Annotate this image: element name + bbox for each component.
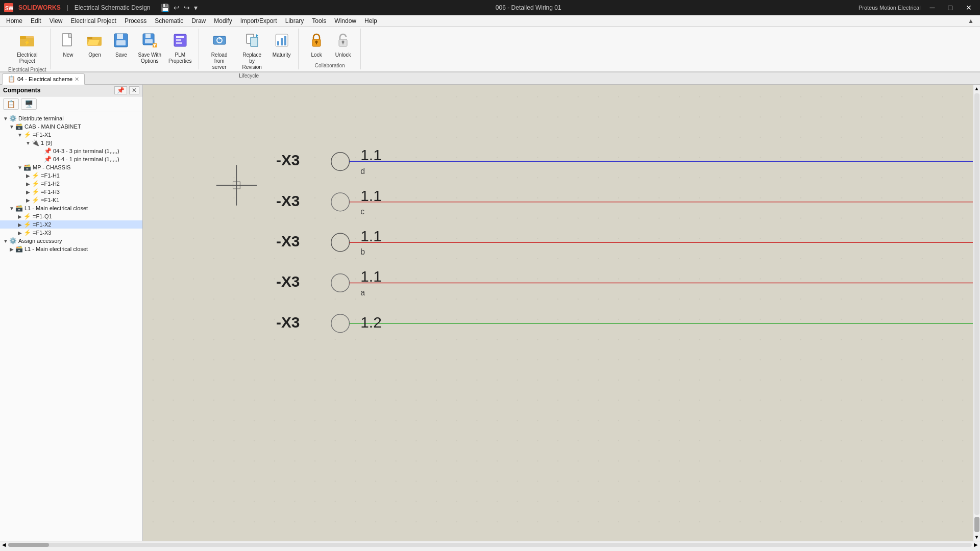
tree-node-l1-main-closet[interactable]: ▼ 🗃️ L1 - Main electrical closet: [0, 204, 142, 212]
scrollbar-thumb[interactable]: [974, 517, 979, 532]
menu-help[interactable]: Help: [360, 16, 381, 26]
replace-by-revision-button[interactable]: Replace byRevision: [237, 31, 267, 72]
save-with-options-button[interactable]: ▾ Save WithOptions: [135, 31, 164, 66]
expander-cab[interactable]: ▼: [8, 124, 15, 130]
tree-node-f1-x2[interactable]: ▶ ⚡ =F1-X2: [0, 220, 142, 229]
tree-node-f1-x1[interactable]: ▼ ⚡ =F1-X1: [0, 131, 142, 139]
collaboration-group-btns: Lock Unlock: [304, 29, 355, 62]
tree-node-f1-h3[interactable]: ▶ ⚡ =F1-H3: [0, 188, 142, 196]
hscroll-track: [8, 543, 972, 547]
tab-close-button[interactable]: ✕: [75, 76, 79, 83]
qa-redo-button[interactable]: ↪: [183, 3, 191, 13]
restore-button[interactable]: □: [944, 3, 957, 13]
expander-mp-chassis[interactable]: ▼: [16, 165, 23, 170]
components-toolbar-btn-2[interactable]: 🖥️: [21, 98, 37, 110]
menu-importexport[interactable]: Import/Export: [236, 16, 281, 26]
expander-f1x3[interactable]: ▶: [16, 230, 23, 236]
open-icon: [86, 32, 103, 51]
canvas-area[interactable]: -X3 1.1 d -X3 1.1 c -X3 1.1 b: [143, 85, 973, 541]
menu-modify[interactable]: Modify: [210, 16, 236, 26]
menu-edit[interactable]: Edit: [27, 16, 45, 26]
electrical-project-button[interactable]: ⚡ ElectricalProject: [14, 31, 40, 66]
sublabel-c: c: [360, 207, 364, 216]
expander-f1h1[interactable]: ▶: [24, 173, 32, 179]
tree-area: ▼ ⚙️ Distribute terminal ▼ 🗃️ CAB - MAIN…: [0, 112, 142, 541]
expander-f1x1[interactable]: ▼: [16, 132, 23, 138]
new-button[interactable]: New: [56, 31, 80, 60]
hscroll-thumb[interactable]: [8, 543, 49, 547]
menu-home[interactable]: Home: [2, 16, 27, 26]
hscroll-left-arrow[interactable]: ◀: [1, 542, 7, 547]
hscroll-right-arrow[interactable]: ▶: [973, 542, 979, 547]
menu-process[interactable]: Process: [120, 16, 151, 26]
group19-icon: 🔌: [32, 139, 39, 146]
qa-save-button[interactable]: 💾: [160, 3, 170, 13]
components-pin-button[interactable]: 📌: [114, 86, 127, 94]
tree-node-assign-accessory[interactable]: ▼ ⚙️ Assign accessory: [0, 237, 142, 245]
sw-logo: SW: [4, 3, 14, 12]
f1x1-label: =F1-X1: [33, 132, 51, 138]
tree-node-f1-h2[interactable]: ▶ ⚡ =F1-H2: [0, 180, 142, 188]
tree-node-f1-x3[interactable]: ▶ ⚡ =F1-X3: [0, 229, 142, 237]
l1-assign-icon: 🗃️: [15, 245, 23, 253]
expander-distribute-terminal[interactable]: ▼: [2, 116, 9, 121]
schematic-svg: -X3 1.1 d -X3 1.1 c -X3 1.1 b: [143, 85, 973, 541]
ribbon-group-file: New Open: [52, 29, 199, 69]
quick-access-toolbar: 💾 ↩ ↪ ▾: [160, 3, 199, 13]
scrollbar-down-arrow[interactable]: ▼: [973, 533, 980, 541]
tree-node-f1-q1[interactable]: ▶ ⚡ =F1-Q1: [0, 212, 142, 220]
tree-node-l1-assign-closet[interactable]: ▶ 🗃️ L1 - Main electrical closet: [0, 245, 142, 253]
tree-node-04-4[interactable]: ▶ 📌 04-4 - 1 pin terminal (1,,,,,): [0, 155, 142, 163]
expander-l1[interactable]: ▼: [8, 206, 15, 211]
minimize-button[interactable]: ─: [926, 3, 939, 13]
number-1-1-d-num: 1.1: [360, 146, 381, 163]
components-toolbar-btn-1[interactable]: 📋: [3, 98, 19, 110]
tree-node-f1-h1[interactable]: ▶ ⚡ =F1-H1: [0, 171, 142, 180]
save-button[interactable]: Save: [109, 31, 133, 60]
menu-tools[interactable]: Tools: [308, 16, 330, 26]
menu-library[interactable]: Library: [281, 16, 308, 26]
tree-node-mp-chassis[interactable]: ▼ 🗃️ MP - CHASSIS: [0, 163, 142, 171]
lock-button[interactable]: Lock: [304, 31, 329, 60]
plm-properties-button[interactable]: PLMProperties: [166, 31, 194, 66]
expander-group19[interactable]: ▼: [24, 140, 32, 146]
expander-f1h3[interactable]: ▶: [24, 189, 32, 195]
qa-undo-button[interactable]: ↩: [173, 3, 181, 13]
svg-rect-14: [116, 40, 126, 45]
tree-node-f1-k1[interactable]: ▶ ⚡ =F1-K1: [0, 196, 142, 204]
tab-electrical-scheme[interactable]: 📋 04 - Electrical scheme ✕: [2, 73, 85, 85]
menu-window[interactable]: Window: [330, 16, 360, 26]
tree-node-group-1-9[interactable]: ▼ 🔌 1 (9): [0, 139, 142, 147]
menu-electrical-project[interactable]: Electrical Project: [67, 16, 120, 26]
right-scrollbar[interactable]: ▲ ▼: [973, 85, 980, 541]
unlock-button[interactable]: Unlock: [331, 31, 355, 60]
svg-rect-34: [316, 42, 317, 44]
title-sep: |: [67, 4, 68, 11]
expander-assign-accessory[interactable]: ▼: [2, 238, 9, 244]
expander-f1q1[interactable]: ▶: [16, 214, 23, 219]
maturity-button[interactable]: Maturity: [270, 31, 294, 60]
tree-node-04-3[interactable]: ▶ 📌 04-3 - 3 pin terminal (1,,,,,): [0, 147, 142, 155]
svg-rect-23: [176, 42, 182, 44]
expander-l1-assign[interactable]: ▶: [8, 246, 15, 252]
reload-from-server-button[interactable]: Reload fromserver: [204, 31, 235, 72]
tree-node-cab-main-cabinet[interactable]: ▼ 🗃️ CAB - MAIN CABINET: [0, 122, 142, 131]
expander-f1k1[interactable]: ▶: [24, 197, 32, 203]
maturity-icon: [274, 32, 290, 51]
qa-options-button[interactable]: ▾: [193, 3, 199, 13]
menu-schematic[interactable]: Schematic: [151, 16, 187, 26]
tree-node-distribute-terminal[interactable]: ▼ ⚙️ Distribute terminal: [0, 114, 142, 122]
menu-view[interactable]: View: [45, 16, 67, 26]
expander-f1x2[interactable]: ▶: [16, 222, 23, 228]
scrollbar-up-arrow[interactable]: ▲: [973, 85, 980, 92]
expander-f1h2[interactable]: ▶: [24, 181, 32, 187]
components-close-button[interactable]: ✕: [129, 86, 139, 94]
ribbon-minimize-icon[interactable]: ▲: [964, 16, 978, 26]
cab-icon: 🗃️: [15, 123, 23, 130]
menu-draw[interactable]: Draw: [187, 16, 210, 26]
item-04-4-label: 04-4 - 1 pin terminal (1,,,,,): [53, 156, 119, 162]
open-button[interactable]: Open: [82, 31, 107, 60]
canvas-wrapper: -X3 1.1 d -X3 1.1 c -X3 1.1 b: [143, 85, 973, 541]
close-button[interactable]: ✕: [962, 3, 976, 13]
ribbon-group-collaboration: Lock Unlock Collaboration: [300, 29, 361, 69]
